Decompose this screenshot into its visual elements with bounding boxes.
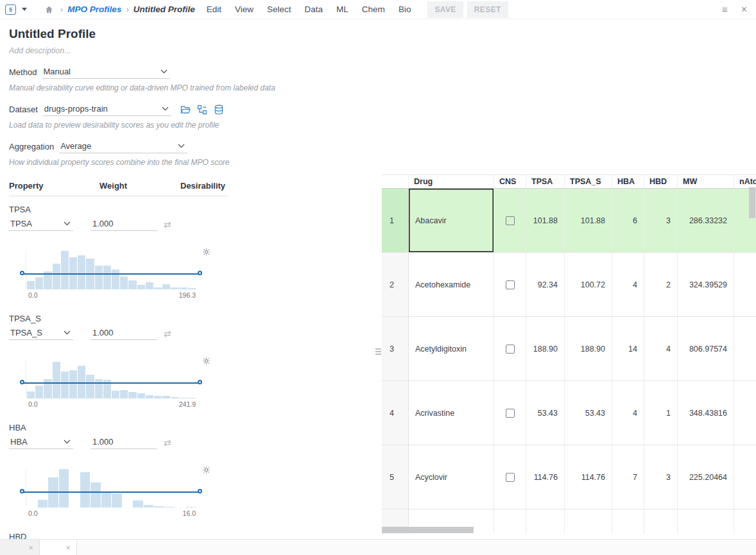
desirability-line[interactable] [22, 382, 200, 384]
weight-input[interactable] [90, 219, 157, 231]
line-handle-left[interactable] [20, 380, 24, 384]
menu-item-chem[interactable]: Chem [362, 4, 385, 14]
grid-cell-drug[interactable]: Acetyldigitoxin [409, 317, 494, 380]
database-icon[interactable] [214, 105, 224, 115]
view-switcher-caret-icon[interactable] [22, 8, 27, 11]
column-header-tpsa[interactable]: TPSA [526, 175, 565, 188]
desirability-line[interactable] [22, 491, 200, 493]
horizontal-scrollbar-thumb[interactable] [382, 527, 474, 533]
grid-cell-hbd[interactable]: 2 [644, 253, 678, 316]
property-column-select[interactable]: TPSA_S [9, 328, 73, 340]
menu-item-view[interactable]: View [235, 4, 253, 14]
line-handle-left[interactable] [20, 271, 24, 275]
gear-icon[interactable] [202, 466, 210, 474]
method-select[interactable]: Manual [42, 67, 170, 79]
column-header-nato[interactable]: nAto [734, 175, 756, 188]
grid-cell-cns[interactable] [494, 509, 526, 534]
column-header-mw[interactable]: MW [678, 175, 734, 188]
swap-icon[interactable]: ⇄ [164, 438, 171, 449]
grid-cell-hba[interactable]: 7 [612, 445, 644, 509]
grid-cell-hba[interactable]: 6 [612, 189, 644, 252]
grid-cell-hbd[interactable]: 3 [644, 189, 678, 252]
grid-cell-mw[interactable]: 225.20464 [678, 445, 734, 509]
grid-cell-hba[interactable]: 4 [612, 381, 644, 445]
desirability-line[interactable] [22, 273, 200, 275]
grid-cell-num[interactable]: 3 [382, 317, 409, 380]
cns-checkbox[interactable] [506, 473, 515, 482]
grid-cell-hbd[interactable]: 3 [644, 445, 678, 509]
column-header-row-number[interactable] [382, 175, 409, 188]
weight-input[interactable] [90, 437, 157, 449]
table-view-icon[interactable]: 5 [5, 4, 16, 15]
bottom-tab[interactable]: × [0, 540, 40, 555]
line-handle-right[interactable] [198, 489, 202, 493]
column-header-cns[interactable]: CNS [494, 175, 526, 188]
bottom-tab[interactable]: × [40, 540, 77, 555]
menu-item-ml[interactable]: ML [336, 4, 348, 14]
line-handle-left[interactable] [20, 489, 24, 493]
tab-close-icon[interactable]: × [28, 543, 33, 552]
swap-icon[interactable]: ⇄ [164, 219, 171, 231]
cns-checkbox[interactable] [506, 216, 515, 225]
line-handle-right[interactable] [198, 271, 202, 275]
column-header-hbd[interactable]: HBD [644, 175, 678, 188]
cns-checkbox[interactable] [506, 280, 515, 289]
grid-cell-tpsa_s[interactable] [565, 509, 612, 534]
column-header-drug[interactable]: Drug [409, 175, 494, 188]
grid-cell-drug[interactable]: Acetohexamide [409, 253, 494, 316]
grid-cell-mw[interactable]: 806.97574 [678, 317, 734, 380]
grid-cell-nato[interactable] [734, 317, 756, 380]
menu-item-edit[interactable]: Edit [207, 4, 221, 14]
grid-cell-mw[interactable] [678, 509, 734, 534]
swap-icon[interactable]: ⇄ [164, 329, 171, 340]
grid-cell-tpsa[interactable] [526, 509, 565, 534]
save-button[interactable]: SAVE [427, 1, 463, 18]
grid-cell-hba[interactable]: 14 [612, 317, 644, 380]
gear-icon[interactable] [202, 248, 210, 256]
grid-cell-mw[interactable]: 286.33232 [678, 189, 734, 252]
grid-cell-num[interactable]: 4 [382, 381, 409, 445]
line-handle-right[interactable] [198, 380, 202, 384]
grid-cell-hbd[interactable]: 1 [644, 381, 678, 445]
menu-item-select[interactable]: Select [267, 4, 291, 14]
grid-cell-hbd[interactable] [644, 509, 678, 534]
grid-cell-tpsa_s[interactable]: 101.88 [565, 189, 612, 252]
grid-cell-tpsa[interactable]: 188.90 [526, 317, 565, 380]
cns-checkbox[interactable] [506, 409, 515, 418]
cns-checkbox[interactable] [506, 345, 515, 354]
file-tree-icon[interactable] [197, 105, 207, 115]
hamburger-menu-icon[interactable]: ≡ [722, 4, 728, 15]
grid-cell-tpsa[interactable]: 114.76 [526, 445, 565, 509]
desirability-histogram[interactable] [26, 251, 196, 289]
desirability-histogram[interactable] [26, 469, 196, 508]
grid-cell-tpsa_s[interactable]: 100.72 [565, 253, 612, 316]
grid-cell-nato[interactable] [734, 253, 756, 316]
property-column-select[interactable]: HBA [9, 437, 73, 449]
grid-cell-cns[interactable] [494, 445, 526, 509]
grid-cell-nato[interactable] [734, 381, 756, 445]
dataset-select[interactable]: drugs-props-train [43, 104, 171, 116]
weight-input[interactable] [90, 328, 157, 340]
grid-cell-num[interactable]: 2 [382, 253, 409, 316]
grid-cell-nato[interactable] [734, 445, 756, 509]
grid-cell-tpsa[interactable]: 53.43 [526, 381, 565, 445]
grid-cell-hba[interactable]: 4 [612, 253, 644, 316]
grid-cell-cns[interactable] [494, 317, 526, 380]
grid-cell-cns[interactable] [494, 381, 526, 445]
grid-cell-cns[interactable] [494, 189, 526, 252]
home-icon[interactable] [44, 5, 54, 14]
tab-close-icon[interactable]: × [65, 543, 71, 552]
description-input[interactable] [9, 46, 214, 55]
grid-cell-tpsa[interactable]: 101.88 [526, 189, 565, 252]
breadcrumb-mpo-profiles[interactable]: MPO Profiles [67, 4, 121, 14]
reset-button[interactable]: RESET [467, 1, 508, 18]
grid-cell-num[interactable]: 5 [382, 445, 409, 509]
window-close-icon[interactable]: × [741, 4, 747, 15]
grid-cell-num[interactable]: 1 [382, 189, 409, 252]
panel-splitter-handle[interactable] [375, 348, 381, 356]
grid-cell-mw[interactable]: 348.43816 [678, 381, 734, 445]
open-folder-icon[interactable] [180, 105, 191, 115]
grid-cell-cns[interactable] [494, 253, 526, 316]
grid-cell-tpsa_s[interactable]: 188.90 [565, 317, 612, 380]
column-header-hba[interactable]: HBA [612, 175, 644, 188]
